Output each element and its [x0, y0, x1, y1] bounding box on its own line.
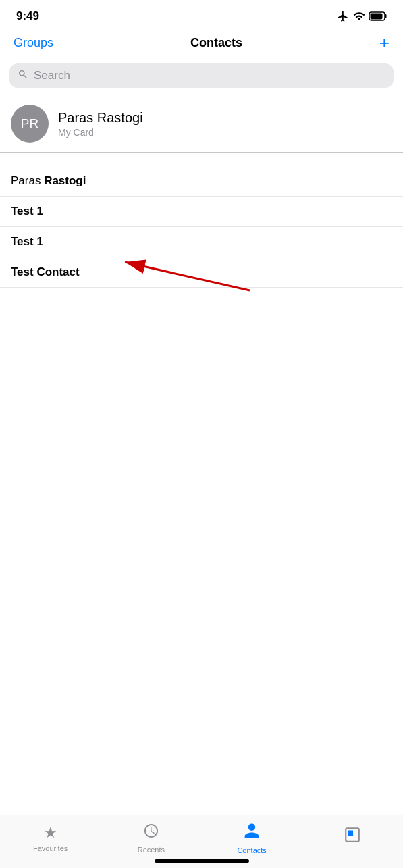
- contact-list: Paras Rastogi Test 1 Test 1 Test Contact: [0, 166, 403, 288]
- avatar: PR: [11, 105, 49, 143]
- svg-rect-2: [371, 14, 383, 20]
- tab-contacts-label: Contacts: [237, 846, 266, 854]
- my-card-label: My Card: [58, 127, 143, 138]
- status-bar: 9:49: [0, 0, 403, 28]
- search-bar[interactable]: Search: [9, 63, 394, 88]
- home-indicator: [155, 859, 249, 863]
- tab-recents-label: Recents: [138, 846, 165, 854]
- section-space: [0, 153, 403, 166]
- tab-recents[interactable]: Recents: [101, 823, 201, 854]
- contact-item-paras-rastogi[interactable]: Paras Rastogi: [0, 166, 403, 197]
- airplane-icon: [337, 10, 349, 22]
- contact-item-test1-second[interactable]: Test 1: [0, 227, 403, 257]
- tab-fourth[interactable]: [302, 826, 403, 850]
- battery-icon: [369, 11, 387, 21]
- tab-contacts[interactable]: Contacts: [202, 822, 302, 854]
- svg-rect-6: [348, 831, 354, 836]
- status-time: 9:49: [16, 9, 39, 23]
- search-container: Search: [0, 59, 403, 95]
- contact-item-test-contact[interactable]: Test Contact: [0, 257, 403, 288]
- contact-name: Test Contact: [11, 265, 80, 278]
- contact-name: Test 1: [11, 205, 43, 218]
- clock-icon: [143, 823, 159, 843]
- groups-button[interactable]: Groups: [14, 36, 53, 50]
- card-icon: [344, 826, 361, 848]
- search-icon: [18, 69, 28, 82]
- star-icon: ★: [44, 824, 57, 842]
- svg-rect-1: [385, 14, 387, 18]
- search-input[interactable]: Search: [34, 69, 70, 82]
- tab-favourites[interactable]: ★ Favourites: [0, 824, 101, 852]
- my-card[interactable]: PR Paras Rastogi My Card: [0, 95, 403, 152]
- tab-favourites-label: Favourites: [33, 844, 68, 852]
- my-card-info: Paras Rastogi My Card: [58, 110, 143, 138]
- status-icons: [337, 10, 387, 22]
- wifi-icon: [353, 10, 365, 22]
- contact-name: Test 1: [11, 235, 43, 248]
- page-title: Contacts: [190, 36, 242, 50]
- my-card-name: Paras Rastogi: [58, 110, 143, 126]
- contact-name: Paras Rastogi: [11, 174, 86, 187]
- person-icon: [243, 822, 261, 844]
- add-contact-button[interactable]: +: [379, 34, 389, 51]
- contact-item-test1-first[interactable]: Test 1: [0, 197, 403, 227]
- nav-bar: Groups Contacts +: [0, 28, 403, 59]
